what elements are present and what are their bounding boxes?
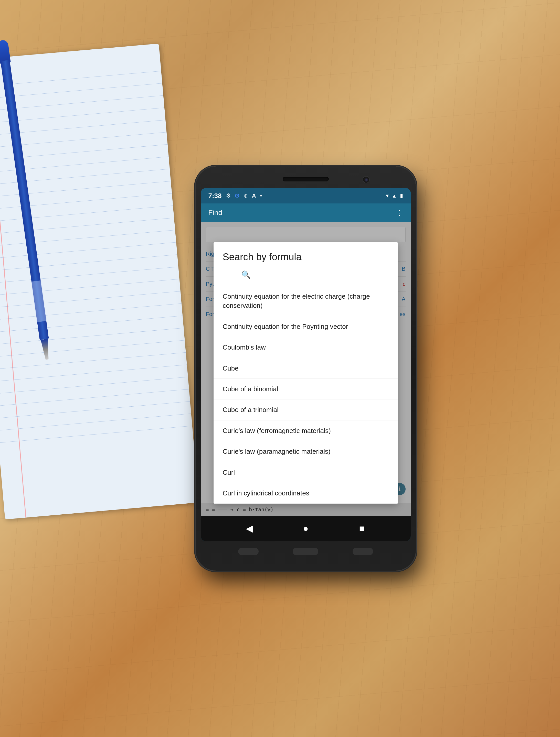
phone-top-bar (201, 172, 411, 187)
app-header: Find ⋮ (201, 204, 411, 222)
a-icon: A (252, 193, 256, 199)
location-icon: ⊕ (244, 193, 248, 199)
list-item-9[interactable]: Curl in cylindrical coordinates (214, 483, 398, 504)
signal-icon: ▲ (392, 193, 397, 199)
hardware-btn-left (238, 548, 259, 555)
back-button[interactable]: ◀ (242, 521, 257, 536)
home-icon: ● (303, 523, 309, 534)
phone-speaker (283, 177, 329, 182)
list-item-6[interactable]: Curie's law (ferromagnetic materials) (214, 420, 398, 441)
status-bar-right: ▾ ▲ ▮ (386, 193, 403, 199)
formula-search-input[interactable] (255, 268, 370, 282)
formula-list: Continuity equation for the electric cha… (214, 286, 398, 504)
phone-hardware-bottom (201, 541, 411, 562)
list-item-3[interactable]: Cube (214, 358, 398, 379)
phone-body: 7:38 ⚙ G ⊕ A • ▾ ▲ ▮ Find ⋮ (196, 166, 416, 571)
dialog-title: Search by formula (214, 242, 398, 268)
home-button[interactable]: ● (298, 521, 313, 536)
app-title: Find (208, 209, 396, 217)
list-item-2[interactable]: Coulomb's law (214, 337, 398, 358)
list-item-1[interactable]: Continuity equation for the Poynting vec… (214, 316, 398, 337)
phone-screen: 7:38 ⚙ G ⊕ A • ▾ ▲ ▮ Find ⋮ (201, 188, 411, 541)
recents-button[interactable]: ■ (354, 521, 370, 536)
modal-overlay: Search by formula 🔍 Continuity equation … (201, 222, 411, 516)
list-item-0[interactable]: Continuity equation for the electric cha… (214, 286, 398, 316)
hardware-btn-right (353, 548, 373, 555)
dot-icon: • (260, 193, 262, 199)
status-bar: 7:38 ⚙ G ⊕ A • ▾ ▲ ▮ (201, 188, 411, 204)
phone-camera (363, 176, 370, 183)
list-item-5[interactable]: Cube of a trinomial (214, 399, 398, 420)
search-formula-dialog: Search by formula 🔍 Continuity equation … (214, 242, 398, 504)
wifi-icon: ▾ (386, 193, 389, 199)
phone-device: 7:38 ⚙ G ⊕ A • ▾ ▲ ▮ Find ⋮ (196, 166, 416, 571)
list-item-8[interactable]: Curl (214, 462, 398, 483)
search-area[interactable]: 🔍 (214, 268, 398, 286)
more-options-icon[interactable]: ⋮ (396, 209, 403, 217)
recents-icon: ■ (359, 523, 365, 534)
list-item-7[interactable]: Curie's law (paramagnetic materials) (214, 441, 398, 462)
gear-icon: ⚙ (226, 193, 231, 199)
back-icon: ◀ (246, 523, 253, 534)
battery-icon: ▮ (400, 193, 403, 199)
hardware-btn-center (293, 548, 318, 555)
status-time: 7:38 (208, 192, 222, 200)
list-item-4[interactable]: Cube of a binomial (214, 379, 398, 399)
status-bar-left: 7:38 ⚙ G ⊕ A • (208, 192, 262, 200)
google-icon: G (235, 193, 239, 199)
search-icon: 🔍 (241, 270, 251, 279)
app-background-content: Right t... C T... B Pythagorean... c For… (201, 222, 411, 516)
navigation-bar: ◀ ● ■ (201, 516, 411, 541)
